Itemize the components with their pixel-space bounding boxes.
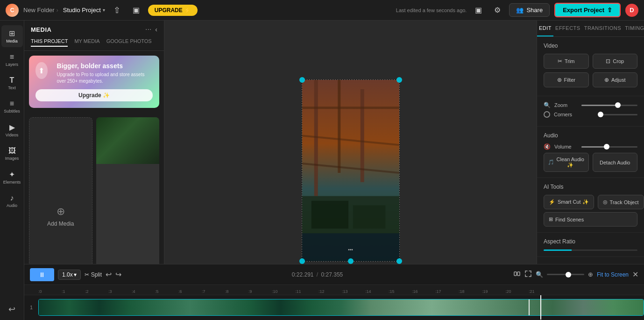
sidebar-item-layers[interactable]: ≡ Layers [1, 49, 23, 71]
tab-timing[interactable]: TIMING [623, 21, 644, 36]
tab-this-project[interactable]: THIS PROJECT [31, 36, 68, 47]
aspect-ratio-section: Aspect Ratio [537, 233, 644, 257]
sidebar-item-subtitles[interactable]: ≡ Subtitles [1, 96, 23, 117]
fit-to-screen-button[interactable]: Fit to Screen [597, 271, 629, 278]
find-scenes-icon: ⊞ [549, 216, 553, 222]
zoom-in-button[interactable]: ⊕ [588, 271, 593, 278]
upgrade-button[interactable]: UPGRADE ⚡ [148, 5, 198, 16]
upload-button[interactable]: ⇧ [110, 3, 124, 17]
sidebar-label-media: Media [6, 39, 18, 43]
chat-button[interactable]: ▣ [471, 4, 486, 16]
zoom-row: 🔍 Zoom [544, 102, 637, 108]
track-object-icon: ◎ [603, 199, 608, 205]
handle-top-left[interactable] [299, 77, 305, 83]
user-avatar[interactable]: D [625, 4, 638, 17]
ruler-mark: :4 [132, 289, 155, 294]
trim-button[interactable]: ✂ Trim [544, 54, 589, 69]
ruler-mark: :13 [342, 289, 365, 294]
share-icon: 👥 [516, 7, 524, 14]
ruler-mark: :18 [459, 289, 482, 294]
settings-button[interactable]: ⚙ [490, 4, 504, 16]
ruler-marks: :0 :1 :2 :3 :4 :5 :6 :7 :8 :9 :10 :11 :1… [38, 289, 552, 294]
split-button[interactable]: ✂ Split [85, 271, 102, 278]
sidebar-label-layers: Layers [6, 62, 18, 67]
tab-google-photos[interactable]: GOOGLE PHOTOS [106, 36, 152, 47]
fit-timeline-button[interactable] [524, 270, 532, 279]
zoom-slider-timeline[interactable] [547, 274, 584, 275]
sidebar-item-images[interactable]: 🖼 Images [1, 143, 23, 164]
detach-audio-button[interactable]: Detach Audio [593, 153, 638, 172]
ruler-mark: :2 [85, 289, 108, 294]
expand-handle[interactable]: ••• [348, 247, 353, 252]
tab-my-media[interactable]: MY MEDIA [74, 36, 99, 47]
sidebar-label-audio: Audio [7, 203, 17, 208]
timeline-undo-button[interactable]: ↩ [106, 270, 112, 279]
ruler-mark: :3 [108, 289, 132, 294]
undo-button[interactable]: ↩ [5, 300, 19, 320]
ruler-mark: :12 [318, 289, 342, 294]
split-icon: ✂ [85, 271, 89, 278]
handle-bottom-mid[interactable] [348, 258, 354, 264]
timeline-track[interactable] [38, 299, 644, 316]
sidebar-item-media[interactable]: ⊞ Media [1, 25, 23, 47]
upgrade-banner-button[interactable]: Upgrade ✨ [35, 89, 153, 101]
volume-slider[interactable] [581, 146, 637, 148]
zoom-slider[interactable] [581, 105, 637, 106]
ruler-mark: :10 [272, 289, 295, 294]
zoom-icon: 🔍 [544, 102, 551, 108]
tab-edit[interactable]: EDIT [537, 21, 553, 36]
aspect-ratio-title: Aspect Ratio [544, 238, 637, 245]
timeline-redo-button[interactable]: ↪ [115, 270, 121, 279]
speed-selector[interactable]: 1.0x ▾ [58, 270, 81, 280]
tab-effects[interactable]: EFFECTS [553, 21, 582, 36]
media-panel-header: MEDIA ··· ‹ [24, 21, 164, 36]
mute-icon[interactable]: 🔇 [544, 143, 551, 150]
zoom-out-button[interactable]: 🔍 [536, 271, 543, 278]
sidebar-label-subtitles: Subtitles [4, 109, 20, 114]
adjust-button[interactable]: ⊕ Adjust [593, 72, 638, 87]
play-pause-button[interactable]: ⏸ [30, 268, 54, 281]
video-content [302, 80, 399, 261]
track-object-button[interactable]: ◎ Track Object [598, 195, 644, 209]
upgrade-banner-icon: ⬆ [35, 62, 48, 79]
clean-audio-button[interactable]: 🎵 Clean Audio ✨ [544, 153, 589, 172]
sidebar-item-elements[interactable]: ✦ Elements [1, 166, 23, 188]
export-button[interactable]: Export Project ⇧ [554, 3, 621, 17]
sidebar-item-videos[interactable]: ▶ Videos [1, 119, 23, 141]
video-frame[interactable] [302, 79, 400, 262]
zoom-slider-thumb[interactable] [566, 272, 571, 277]
project-name[interactable]: Studio Project ▾ [63, 7, 105, 14]
export-icon: ⇧ [607, 7, 612, 14]
smart-cut-icon: ⚡ [549, 199, 555, 205]
handle-bottom-left[interactable] [299, 258, 305, 264]
corners-radio[interactable] [544, 111, 550, 118]
smart-cut-button[interactable]: ⚡ Smart Cut ✨ [544, 195, 594, 209]
filter-button[interactable]: ⊛ Filter [544, 72, 589, 87]
handle-top-right[interactable] [396, 77, 402, 83]
ruler-mark: :15 [389, 289, 412, 294]
aspect-ratio-bar [544, 249, 637, 251]
ruler-mark: :6 [178, 289, 202, 294]
sidebar-item-text[interactable]: T Text [1, 72, 23, 94]
folder-name[interactable]: New Folder [23, 7, 54, 14]
crop-button[interactable]: ⊡ Crop [593, 54, 638, 69]
media-options-icon[interactable]: ··· [145, 25, 151, 34]
zoom-section: 🔍 Zoom Corners [537, 96, 644, 127]
share-button[interactable]: 👥 Share [509, 3, 550, 17]
media-panel-collapse-button[interactable]: ‹ [155, 26, 157, 33]
tab-transitions[interactable]: TRANSITIONS [582, 21, 623, 36]
track-number: 1 [30, 305, 38, 310]
ruler-mark: :14 [365, 289, 389, 294]
timeline-close-button[interactable]: ✕ [632, 270, 638, 279]
audio-section: Audio 🔇 Volume 🎵 Clean Audio ✨ Detach Au… [537, 127, 644, 178]
find-scenes-button[interactable]: ⊞ Find Scenes [544, 212, 637, 227]
snap-button[interactable] [513, 270, 521, 279]
zoom-label: Zoom [554, 102, 578, 108]
ruler-mark: :21 [529, 289, 552, 294]
handle-bottom-right[interactable] [396, 258, 402, 264]
sidebar-item-audio[interactable]: ♪ Audio [1, 190, 23, 212]
add-media-icon: ⊕ [57, 206, 65, 218]
crop-icon: ⊡ [606, 58, 610, 64]
preview-button[interactable]: ▣ [129, 4, 143, 16]
corners-slider[interactable] [598, 114, 638, 115]
